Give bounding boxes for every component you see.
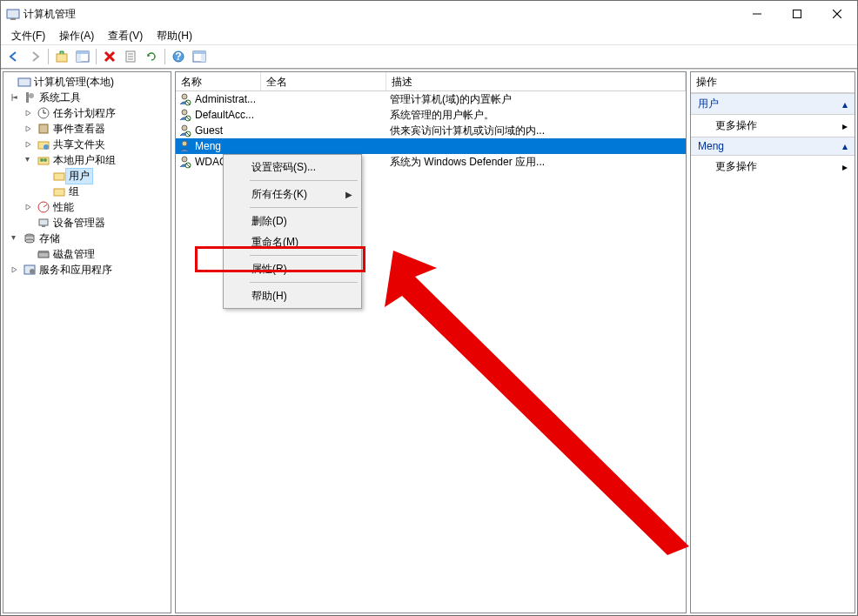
svg-point-48 [182, 110, 187, 115]
app-icon [6, 7, 20, 21]
svg-rect-37 [39, 219, 48, 225]
toolbar-separator [96, 49, 97, 64]
svg-point-50 [182, 125, 187, 131]
svg-text:?: ? [175, 50, 181, 63]
tree-shared-folders[interactable]: 共享文件夹 [3, 137, 171, 152]
context-menu: 设置密码(S)... 所有任务(K)▶ 删除(D) 重命名(M) 属性(R) 帮… [223, 154, 362, 309]
svg-rect-6 [57, 54, 67, 62]
menu-bar: 文件(F) 操作(A) 查看(V) 帮助(H) [1, 27, 857, 44]
menu-help[interactable]: 帮助(H) [225, 285, 359, 306]
tree-system-tools[interactable]: 系统工具 [3, 90, 171, 105]
col-description[interactable]: 描述 [386, 72, 686, 90]
svg-rect-33 [54, 173, 64, 180]
tree-device-manager[interactable]: 设备管理器 [3, 215, 171, 231]
toolbar-separator [164, 49, 165, 64]
list-row[interactable]: Administrat...管理计算机(域)的内置帐户 [176, 91, 686, 107]
svg-rect-3 [794, 10, 801, 18]
main-area: 计算机管理(本地) 系统工具 任务计划程序 事件查看器 共享文件夹 本地用户和组… [1, 69, 857, 615]
help-button[interactable]: ? [169, 47, 188, 66]
svg-rect-30 [38, 157, 49, 164]
svg-rect-38 [42, 225, 45, 227]
show-actions-pane-button[interactable] [190, 47, 209, 66]
maximize-button[interactable] [777, 1, 817, 27]
list-row[interactable]: Guest供来宾访问计算机或访问域的内... [176, 123, 686, 138]
svg-rect-1 [10, 18, 16, 20]
submenu-arrow-icon: ▸ [842, 161, 848, 173]
close-button[interactable] [817, 1, 857, 27]
svg-rect-19 [193, 51, 205, 54]
actions-more-meng[interactable]: 更多操作 ▸ [691, 156, 855, 177]
svg-point-32 [44, 158, 47, 162]
forward-button[interactable] [25, 47, 44, 66]
tree-storage[interactable]: 存储 [3, 231, 171, 246]
col-fullname[interactable]: 全名 [261, 72, 386, 90]
svg-point-52 [182, 141, 187, 146]
tree-groups[interactable]: 组 [3, 184, 171, 199]
delete-button[interactable] [100, 47, 119, 66]
svg-rect-27 [39, 124, 48, 133]
svg-point-45 [30, 269, 35, 274]
back-button[interactable] [4, 47, 23, 66]
menu-properties[interactable]: 属性(R) [225, 258, 359, 279]
tree-panel[interactable]: 计算机管理(本地) 系统工具 任务计划程序 事件查看器 共享文件夹 本地用户和组… [3, 71, 171, 613]
tree-users[interactable]: 用户 [3, 168, 171, 184]
menu-help[interactable]: 帮助(H) [150, 27, 199, 45]
tree-services-apps[interactable]: 服务和应用程序 [3, 262, 171, 278]
submenu-arrow-icon: ▶ [345, 190, 352, 199]
actions-panel: 操作 用户 ▴ 更多操作 ▸ Meng ▴ 更多操作 ▸ [690, 71, 855, 613]
show-hide-tree-button[interactable] [73, 47, 92, 66]
minimize-button[interactable] [737, 1, 777, 27]
properties-button[interactable] [121, 47, 140, 66]
annotation-arrow [359, 242, 698, 564]
tree-local-users-groups[interactable]: 本地用户和组 [3, 152, 171, 168]
menu-action[interactable]: 操作(A) [52, 27, 101, 45]
svg-rect-43 [38, 251, 49, 252]
svg-point-29 [44, 144, 49, 150]
col-name[interactable]: 名称 [176, 72, 261, 90]
svg-point-23 [29, 93, 34, 98]
menu-view[interactable]: 查看(V) [101, 27, 150, 45]
tree-task-scheduler[interactable]: 任务计划程序 [3, 105, 171, 121]
menu-separator [250, 180, 358, 181]
menu-all-tasks[interactable]: 所有任务(K)▶ [225, 184, 359, 204]
tree-disk-management[interactable]: 磁盘管理 [3, 246, 171, 262]
menu-separator [250, 282, 358, 283]
menu-delete[interactable]: 删除(D) [225, 211, 359, 231]
menu-file[interactable]: 文件(F) [4, 27, 52, 45]
actions-section-meng[interactable]: Meng ▴ [691, 137, 855, 156]
list-row-selected[interactable]: Meng [176, 138, 686, 154]
svg-point-46 [182, 94, 187, 99]
svg-rect-0 [7, 10, 19, 18]
svg-rect-20 [201, 54, 205, 62]
list-header: 名称 全名 描述 [176, 72, 686, 91]
window-title: 计算机管理 [20, 7, 737, 22]
menu-set-password[interactable]: 设置密码(S)... [225, 157, 359, 177]
toolbar-separator [48, 49, 49, 64]
collapse-icon: ▴ [842, 140, 848, 152]
list-panel[interactable]: 名称 全名 描述 Administrat...管理计算机(域)的内置帐户 Def… [175, 71, 687, 613]
svg-point-53 [182, 157, 187, 162]
actions-more-users[interactable]: 更多操作 ▸ [691, 115, 855, 137]
svg-rect-21 [18, 78, 30, 86]
actions-header: 操作 [691, 72, 855, 93]
menu-rename[interactable]: 重命名(M) [225, 231, 359, 252]
svg-rect-8 [77, 51, 89, 54]
up-button[interactable] [52, 47, 71, 66]
actions-section-users[interactable]: 用户 ▴ [691, 93, 855, 115]
tree-root[interactable]: 计算机管理(本地) [3, 74, 171, 90]
tree-performance[interactable]: 性能 [3, 199, 171, 215]
menu-separator [250, 255, 358, 256]
tree-event-viewer[interactable]: 事件查看器 [3, 121, 171, 137]
collapse-icon: ▴ [842, 98, 848, 110]
svg-marker-55 [385, 251, 689, 555]
menu-separator [250, 207, 358, 208]
svg-rect-34 [54, 189, 64, 196]
title-bar: 计算机管理 [1, 1, 857, 27]
svg-rect-22 [26, 92, 29, 103]
list-row[interactable]: DefaultAcc...系统管理的用户帐户。 [176, 107, 686, 123]
svg-rect-42 [38, 252, 49, 258]
submenu-arrow-icon: ▸ [842, 120, 848, 132]
refresh-button[interactable] [142, 47, 161, 66]
toolbar: ? [1, 44, 857, 69]
svg-rect-9 [77, 54, 81, 62]
